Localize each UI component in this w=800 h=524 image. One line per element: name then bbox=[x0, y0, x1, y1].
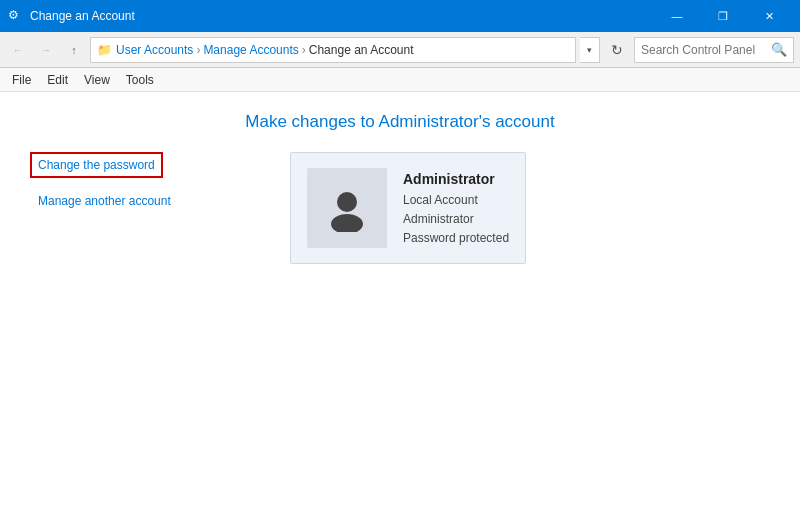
search-box: 🔍 bbox=[634, 37, 794, 63]
refresh-button[interactable]: ↻ bbox=[604, 37, 630, 63]
back-button[interactable]: ← bbox=[6, 38, 30, 62]
account-detail: Local Account Administrator Password pro… bbox=[403, 191, 509, 249]
menu-bar: File Edit View Tools bbox=[0, 68, 800, 92]
window-icon: ⚙ bbox=[8, 8, 24, 24]
change-password-wrapper: Change the password bbox=[30, 152, 163, 178]
address-bar: ← → ↑ 📁 User Accounts › Manage Accounts … bbox=[0, 32, 800, 68]
svg-point-0 bbox=[337, 192, 357, 212]
content-area: Make changes to Administrator's account … bbox=[0, 92, 800, 524]
breadcrumb-sep-2: › bbox=[302, 43, 306, 57]
menu-file[interactable]: File bbox=[4, 68, 39, 92]
account-detail-line-2: Administrator bbox=[403, 210, 509, 229]
account-detail-line-1: Local Account bbox=[403, 191, 509, 210]
left-panel: Change the password Manage another accou… bbox=[30, 152, 250, 264]
breadcrumb-bar: 📁 User Accounts › Manage Accounts › Chan… bbox=[90, 37, 576, 63]
menu-edit[interactable]: Edit bbox=[39, 68, 76, 92]
page-title: Make changes to Administrator's account bbox=[30, 112, 770, 132]
breadcrumb-sep-1: › bbox=[196, 43, 200, 57]
breadcrumb-icon: 📁 bbox=[97, 43, 112, 57]
forward-button[interactable]: → bbox=[34, 38, 58, 62]
account-avatar bbox=[307, 168, 387, 248]
title-bar: ⚙ Change an Account — ❐ ✕ bbox=[0, 0, 800, 32]
change-password-link[interactable]: Change the password bbox=[38, 158, 155, 172]
menu-tools[interactable]: Tools bbox=[118, 68, 162, 92]
maximize-button[interactable]: ❐ bbox=[700, 0, 746, 32]
account-card: Administrator Local Account Administrato… bbox=[290, 152, 526, 264]
svg-point-1 bbox=[331, 214, 363, 232]
breadcrumb-link-manage-accounts[interactable]: Manage Accounts bbox=[203, 43, 298, 57]
account-info: Administrator Local Account Administrato… bbox=[403, 167, 509, 249]
window-title: Change an Account bbox=[30, 9, 654, 23]
account-name: Administrator bbox=[403, 171, 509, 187]
minimize-button[interactable]: — bbox=[654, 0, 700, 32]
manage-another-link[interactable]: Manage another account bbox=[38, 194, 250, 208]
search-icon: 🔍 bbox=[771, 42, 787, 57]
main-layout: Change the password Manage another accou… bbox=[30, 152, 770, 264]
breadcrumb-link-user-accounts[interactable]: User Accounts bbox=[116, 43, 193, 57]
window-controls: — ❐ ✕ bbox=[654, 0, 792, 32]
close-button[interactable]: ✕ bbox=[746, 0, 792, 32]
avatar-icon bbox=[323, 184, 371, 232]
account-detail-line-3: Password protected bbox=[403, 229, 509, 248]
breadcrumb-dropdown[interactable]: ▾ bbox=[580, 37, 600, 63]
menu-view[interactable]: View bbox=[76, 68, 118, 92]
breadcrumb-current: Change an Account bbox=[309, 43, 414, 57]
search-input[interactable] bbox=[641, 43, 767, 57]
up-button[interactable]: ↑ bbox=[62, 38, 86, 62]
